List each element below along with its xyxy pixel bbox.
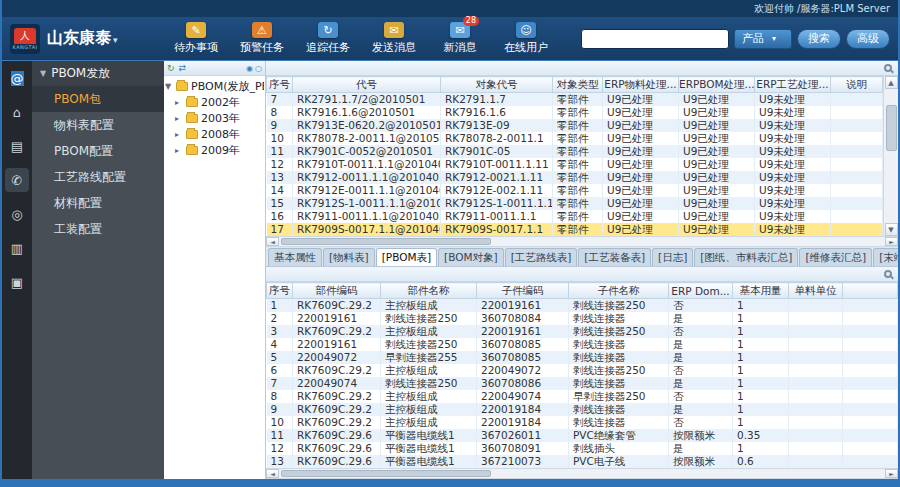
- detail-tab[interactable]: [物料表]: [323, 248, 375, 266]
- cell-blank[interactable]: [843, 325, 898, 338]
- table-row[interactable]: 17 RK7909S-0017.1.1@2010401 RK7909S-0017…: [267, 223, 883, 236]
- cell-object-type[interactable]: 零部件: [553, 223, 603, 236]
- cell-parent-code[interactable]: 220019161: [293, 312, 381, 325]
- table-row[interactable]: 7 220049074 剥线连接器250 360708086 剥线连接器 是 1: [267, 377, 898, 390]
- cell-child-name[interactable]: 剥线连接器: [569, 312, 669, 325]
- cell-seq[interactable]: 13: [267, 455, 293, 468]
- cell-erp-bom[interactable]: U9已处理: [679, 93, 755, 107]
- sidebar-item[interactable]: 材料配置: [32, 190, 164, 216]
- cell-parent-code[interactable]: RK7609C.29.6: [293, 442, 381, 455]
- cell-blank[interactable]: [843, 403, 898, 416]
- cell-child-name[interactable]: 剥线连接器250: [569, 299, 669, 313]
- cell-erp-dom[interactable]: 是: [669, 351, 733, 364]
- cell-child-name[interactable]: PVC电子线: [569, 455, 669, 468]
- cell-erp-dom[interactable]: 是: [669, 338, 733, 351]
- cell-seq[interactable]: 10: [267, 416, 293, 429]
- cell-child-code[interactable]: 367026011: [477, 429, 569, 442]
- table-row[interactable]: 3 RK7609C.29.2 主控板组成 220019161 剥线连接器250 …: [267, 325, 898, 338]
- cell-note[interactable]: [831, 184, 883, 197]
- cell-object-code[interactable]: RK7911-0011.1.1: [441, 210, 553, 223]
- cell-erp-bom[interactable]: U9已处理: [679, 145, 755, 158]
- cell-object-code[interactable]: RK7912-0021.1.11: [441, 171, 553, 184]
- column-header[interactable]: 部件名称: [381, 283, 477, 299]
- cell-erp-material[interactable]: U9已处理: [603, 145, 679, 158]
- table-row[interactable]: 12 RK7910T-0011.1.1@2010401 RK7910T-0011…: [267, 158, 883, 171]
- cell-child-code[interactable]: 220019161: [477, 325, 569, 338]
- cell-note[interactable]: [831, 93, 883, 107]
- column-header[interactable]: 说明: [831, 77, 883, 93]
- table-row[interactable]: 2 220019161 剥线连接器250 360708084 剥线连接器 是 1: [267, 312, 898, 325]
- cell-seq[interactable]: 9: [267, 119, 293, 132]
- cell-erp-bom[interactable]: U9已处理: [679, 119, 755, 132]
- cell-parent-name[interactable]: 平衡器电缆线1: [381, 429, 477, 442]
- cell-code[interactable]: RK7912S-1-0011.1.1@2010401: [293, 197, 441, 210]
- vertical-scrollbar[interactable]: ▲ ▼: [883, 76, 898, 236]
- cell-object-code[interactable]: RK2791.1.7: [441, 93, 553, 107]
- scroll-thumb[interactable]: [281, 238, 491, 245]
- cell-erp-process[interactable]: U9未处理: [755, 93, 831, 107]
- cell-erp-material[interactable]: U9已处理: [603, 93, 679, 107]
- cell-erp-dom[interactable]: 否: [669, 299, 733, 313]
- cell-erp-material[interactable]: U9已处理: [603, 197, 679, 210]
- cell-object-type[interactable]: 零部件: [553, 93, 603, 107]
- cell-object-type[interactable]: 零部件: [553, 145, 603, 158]
- send-message-button[interactable]: ✉ 发送消息: [366, 22, 422, 55]
- cell-erp-process[interactable]: U9未处理: [755, 145, 831, 158]
- advanced-search-button[interactable]: 高级: [846, 29, 890, 49]
- table-row[interactable]: 6 RK7609C.29.2 主控板组成 220049072 剥线连接器250 …: [267, 364, 898, 377]
- cell-seq[interactable]: 6: [267, 364, 293, 377]
- cell-blank[interactable]: [843, 442, 898, 455]
- column-header[interactable]: 序号: [267, 283, 293, 299]
- table-row[interactable]: 8 RK7916.1.6@2010501 RK7916.1.6 零部件 U9已处…: [267, 106, 883, 119]
- cell-erp-bom[interactable]: U9已处理: [679, 223, 755, 236]
- cell-base-qty[interactable]: 1: [733, 442, 789, 455]
- cell-note[interactable]: [831, 197, 883, 210]
- cell-parent-name[interactable]: 主控板组成: [381, 364, 477, 377]
- cell-unit[interactable]: [789, 403, 843, 416]
- cell-erp-material[interactable]: U9已处理: [603, 132, 679, 145]
- cell-object-code[interactable]: RK7909S-0017.1.1: [441, 223, 553, 236]
- cell-erp-dom[interactable]: 否: [669, 325, 733, 338]
- table-row[interactable]: 10 RK7609C.29.2 主控板组成 220019184 剥线连接器 否 …: [267, 416, 898, 429]
- table-row[interactable]: 13 RK7912-0011.1.1@2010401 RK7912-0021.1…: [267, 171, 883, 184]
- cell-seq[interactable]: 12: [267, 158, 293, 171]
- cell-erp-bom[interactable]: U9已处理: [679, 132, 755, 145]
- layers-icon[interactable]: ▤: [5, 134, 29, 158]
- cell-object-type[interactable]: 零部件: [553, 171, 603, 184]
- refresh-icon[interactable]: ↻: [167, 63, 175, 73]
- column-header[interactable]: ERP物料处理...: [603, 77, 679, 93]
- cell-erp-dom[interactable]: 按限额米: [669, 455, 733, 468]
- cell-erp-material[interactable]: U9已处理: [603, 184, 679, 197]
- cell-erp-process[interactable]: U9未处理: [755, 210, 831, 223]
- column-header[interactable]: 单料单位: [789, 283, 843, 299]
- cell-erp-process[interactable]: U9未处理: [755, 223, 831, 236]
- cell-child-code[interactable]: 220019184: [477, 416, 569, 429]
- cell-erp-bom[interactable]: U9已处理: [679, 171, 755, 184]
- sidebar-item[interactable]: 工艺路线配置: [32, 164, 164, 190]
- cell-object-code[interactable]: RK7912E-002.1.11: [441, 184, 553, 197]
- cell-child-code[interactable]: 360708084: [477, 312, 569, 325]
- cell-blank[interactable]: [843, 299, 898, 313]
- upper-horizontal-scrollbar[interactable]: ◄ ►: [266, 236, 898, 247]
- scroll-left-icon[interactable]: ◄: [266, 237, 279, 246]
- tree-root[interactable]: ▼ PBOM(发放_PBOM包): [165, 78, 264, 94]
- cell-parent-code[interactable]: RK7609C.29.2: [293, 299, 381, 313]
- home-icon[interactable]: ⌂: [5, 100, 29, 124]
- cell-base-qty[interactable]: 1: [733, 299, 789, 313]
- cell-note[interactable]: [831, 158, 883, 171]
- cell-note[interactable]: [831, 171, 883, 184]
- cell-blank[interactable]: [843, 455, 898, 468]
- cell-base-qty[interactable]: 1: [733, 377, 789, 390]
- detail-tab[interactable]: [工艺路线表]: [505, 248, 578, 266]
- cell-blank[interactable]: [843, 390, 898, 403]
- cell-erp-material[interactable]: U9已处理: [603, 171, 679, 184]
- scroll-left-icon[interactable]: ◄: [266, 469, 279, 478]
- radio-on-icon[interactable]: ◉: [246, 64, 253, 73]
- cell-erp-dom[interactable]: 是: [669, 442, 733, 455]
- sidebar-item[interactable]: 物料表配置: [32, 112, 164, 138]
- scroll-thumb[interactable]: [281, 470, 491, 477]
- cell-child-name[interactable]: 剥线连接器: [569, 416, 669, 429]
- detail-tab[interactable]: [末端制品子件汇总]: [873, 248, 898, 266]
- cell-unit[interactable]: [789, 312, 843, 325]
- table-row[interactable]: 13 RK7609C.29.6 平衡器电缆线1 367210073 PVC电子线…: [267, 455, 898, 468]
